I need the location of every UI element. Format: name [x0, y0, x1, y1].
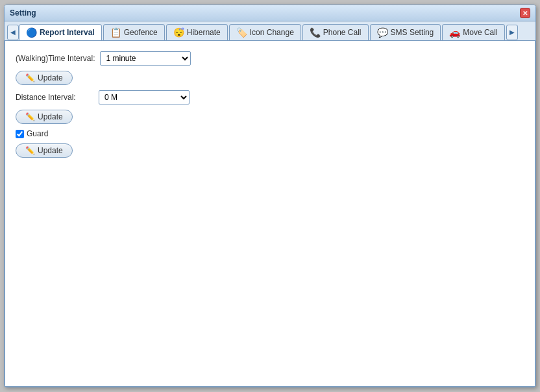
- update-label-1: Update: [38, 73, 63, 82]
- distance-interval-row: Distance Interval: 0 M 50 M 100 M 200 M …: [16, 90, 524, 104]
- time-interval-label: (Walking)Time Interval:: [16, 54, 95, 63]
- title-bar: Setting ✕: [5, 5, 535, 21]
- update-label-3: Update: [38, 146, 63, 155]
- guard-checkbox[interactable]: [16, 130, 24, 138]
- close-button[interactable]: ✕: [520, 8, 530, 18]
- report-interval-icon: 🔵: [26, 27, 37, 38]
- tab-report-interval-label: Report Interval: [40, 28, 95, 37]
- sms-setting-icon: 💬: [377, 27, 388, 38]
- pencil-icon-1: ✏️: [25, 73, 35, 82]
- tab-sms-setting-label: SMS Setting: [391, 28, 434, 37]
- geofence-icon: 📋: [110, 27, 121, 38]
- tab-hibernate-label: Hibernate: [187, 28, 221, 37]
- window-title: Setting: [10, 8, 36, 18]
- update-button-1[interactable]: ✏️ Update: [16, 71, 73, 85]
- tab-report-interval[interactable]: 🔵 Report Interval: [19, 24, 102, 41]
- phone-call-icon: 📞: [310, 27, 321, 38]
- pencil-icon-3: ✏️: [25, 146, 35, 155]
- distance-interval-label: Distance Interval:: [16, 93, 93, 102]
- time-interval-select[interactable]: 1 minute 5 minutes 10 minutes 30 minutes…: [100, 51, 191, 66]
- tab-content: (Walking)Time Interval: 1 minute 5 minut…: [5, 41, 535, 387]
- tab-phone-call[interactable]: 📞 Phone Call: [302, 24, 369, 40]
- guard-row: Guard: [16, 129, 524, 138]
- icon-change-icon: 🏷️: [236, 27, 247, 38]
- tab-icon-change-label: Icon Change: [250, 28, 294, 37]
- tab-icon-change[interactable]: 🏷️ Icon Change: [229, 24, 301, 40]
- tab-next-button[interactable]: ▶: [506, 25, 518, 40]
- pencil-icon-2: ✏️: [25, 112, 35, 121]
- tab-hibernate[interactable]: 😴 Hibernate: [166, 24, 228, 40]
- settings-window: Setting ✕ ◀ 🔵 Report Interval 📋 Geofence…: [4, 5, 536, 387]
- tab-geofence[interactable]: 📋 Geofence: [103, 24, 165, 40]
- tab-move-call-label: Move Call: [463, 28, 497, 37]
- hibernate-icon: 😴: [173, 27, 184, 38]
- update-button-3[interactable]: ✏️ Update: [16, 143, 73, 158]
- tab-move-call[interactable]: 🚗 Move Call: [442, 24, 504, 40]
- update-label-2: Update: [38, 112, 63, 121]
- time-interval-row: (Walking)Time Interval: 1 minute 5 minut…: [16, 51, 524, 66]
- guard-label: Guard: [27, 129, 48, 138]
- tab-phone-call-label: Phone Call: [323, 28, 362, 37]
- distance-interval-select[interactable]: 0 M 50 M 100 M 200 M 500 M: [99, 90, 190, 104]
- tab-prev-button[interactable]: ◀: [7, 25, 19, 40]
- tab-geofence-label: Geofence: [124, 28, 158, 37]
- move-call-icon: 🚗: [449, 27, 460, 38]
- tab-sms-setting[interactable]: 💬 SMS Setting: [370, 24, 441, 40]
- update-button-2[interactable]: ✏️ Update: [16, 110, 73, 124]
- tab-bar: ◀ 🔵 Report Interval 📋 Geofence 😴 Hiberna…: [5, 21, 535, 41]
